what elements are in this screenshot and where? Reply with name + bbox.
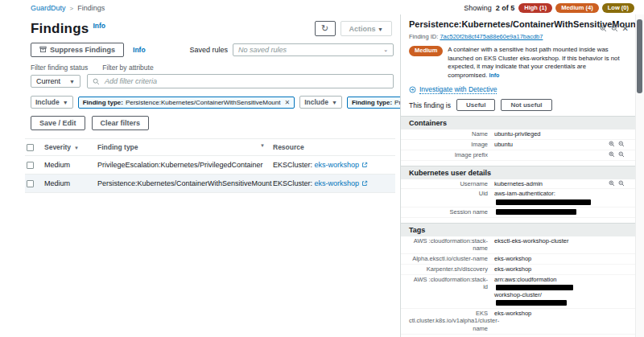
cell-severity: Medium	[44, 179, 97, 187]
chip-prefix: Finding type:	[83, 99, 123, 106]
detail-value-text: kubernetes-admin	[494, 180, 543, 187]
not-useful-button[interactable]: Not useful	[501, 99, 551, 111]
actions-button-label: Actions	[349, 25, 376, 33]
zoom-in-icon[interactable]	[609, 141, 615, 150]
detail-label: Session name	[409, 208, 488, 216]
breadcrumb-guardduty-link[interactable]: GuardDuty	[31, 4, 66, 12]
section-header-tags: Tags	[401, 223, 635, 236]
cell-finding-type: Persistence:Kubernetes/ContainerWithSens…	[97, 179, 273, 187]
detail-value-text: ubuntu-privileged	[494, 130, 541, 138]
detail-row: Alpha.eksctl.io/cluster-nameeks-workshop	[401, 254, 635, 265]
refresh-icon: ↻	[321, 23, 328, 33]
detail-value: eks-workshop	[494, 310, 613, 333]
column-header-resource[interactable]: Resource	[273, 143, 395, 151]
badge-high: High (1)	[518, 3, 552, 13]
row-checkbox[interactable]	[27, 180, 34, 187]
select-all-checkbox[interactable]	[27, 144, 34, 151]
detail-value: eks-workshop	[494, 255, 613, 263]
description-info-link[interactable]: Info	[489, 72, 499, 78]
page-title: FindingsInfo	[31, 21, 105, 37]
detective-icon	[409, 86, 416, 93]
detail-value-text: aws-iam-authenticator:	[494, 190, 555, 197]
finding-status-value: Current	[36, 77, 60, 85]
detail-value: kubernetes-admin	[494, 180, 613, 188]
title-info-link[interactable]: Info	[93, 22, 105, 30]
saved-rules-placeholder: No saved rules	[238, 46, 287, 54]
finding-detail-panel: Persistence:Kubernetes/ContainerWithSens…	[400, 14, 635, 337]
zoom-out-icon[interactable]	[618, 151, 625, 160]
include-label: Include	[35, 98, 60, 106]
suppress-findings-button[interactable]: Suppress Findings	[31, 43, 124, 57]
filter-chip-0[interactable]: Finding type:Persistence:Kubernetes/Cont…	[78, 97, 295, 109]
chevron-down-icon: ▼	[332, 100, 337, 105]
zoom-in-icon[interactable]	[600, 21, 607, 35]
cell-resource: EKSCluster: eks-workshop	[273, 161, 395, 169]
finding-detail-sections: ContainersNameubuntu-privilegedImageubun…	[401, 116, 635, 337]
filter-attribute-label: Filter by attribute	[102, 64, 153, 72]
detail-label: Username	[409, 180, 488, 188]
archive-icon	[39, 46, 47, 53]
column-header-severity[interactable]: Severity▼	[44, 143, 97, 151]
resource-link[interactable]: eks-workshop	[315, 161, 360, 169]
section-header-kubernetes-user-details: Kubernetes user details	[401, 166, 635, 179]
detail-value	[494, 151, 613, 159]
chevron-down-icon: ▼	[63, 100, 68, 105]
filter-criteria-input[interactable]: Add filter criteria	[87, 74, 394, 88]
redacted-value	[496, 209, 576, 215]
detail-row: Nameubuntu-privileged	[401, 129, 635, 140]
refresh-button[interactable]: ↻	[315, 21, 336, 36]
detail-row: Imageubuntu	[401, 140, 635, 150]
filter-chips-row: Include▼Finding type:Persistence:Kuberne…	[31, 96, 394, 109]
column-header-finding-type[interactable]: Finding type▼	[97, 143, 273, 151]
detail-value: ubuntu-privileged	[494, 130, 613, 138]
save-edit-button[interactable]: Save / Edit	[31, 116, 85, 130]
cell-resource: EKSCluster: eks-workshop	[273, 179, 395, 187]
showing-count: 2 of 5	[496, 4, 515, 12]
table-row-0[interactable]: MediumPrivilegeEscalation:Kubernetes/Pri…	[25, 156, 395, 175]
redacted-value	[496, 300, 567, 306]
include-select-1[interactable]: Include▼	[299, 96, 342, 109]
finding-id-link[interactable]: 7ac520f2b8cf475a88e60e9a17bacdb7	[440, 33, 543, 40]
useful-button[interactable]: Useful	[456, 99, 495, 111]
zoom-out-icon[interactable]	[611, 21, 618, 35]
actions-button[interactable]: Actions ▼	[341, 21, 392, 36]
clear-filters-button[interactable]: Clear filters	[92, 116, 150, 130]
suppress-info-link[interactable]: Info	[133, 46, 146, 54]
table-row-1[interactable]: MediumPersistence:Kubernetes/ContainerWi…	[25, 175, 395, 193]
finding-id-label: Finding ID:	[409, 33, 438, 40]
findings-panel: FindingsInfo ↻ Actions ▼ Suppress Findin…	[0, 14, 400, 337]
include-select-0[interactable]: Include▼	[31, 96, 73, 109]
zoom-in-icon[interactable]	[609, 180, 615, 189]
detail-row: AWS :cloudformation:stack-nameeksctl-eks…	[401, 236, 635, 255]
zoom-out-icon[interactable]	[618, 180, 625, 189]
external-link-icon	[361, 180, 368, 187]
detail-value	[494, 208, 613, 216]
filter-criteria-placeholder: Add filter criteria	[105, 77, 157, 85]
finding-status-select[interactable]: Current ▼	[31, 75, 80, 88]
row-checkbox[interactable]	[27, 162, 34, 169]
detail-row: AWS :cloudformation:stack-idarn:aws:clou…	[401, 275, 635, 309]
detail-row: EKS ctl.cluster.k8s.io/v1alpha1/cluster-…	[401, 309, 635, 335]
redacted-value	[496, 285, 573, 290]
top-bar: GuardDuty > Findings Showing 2 of 5 High…	[0, 0, 644, 14]
sort-icon[interactable]: ▼	[260, 143, 265, 151]
detail-value-text: workshop-cluster/	[494, 291, 542, 298]
page-title-text: Findings	[31, 21, 89, 36]
saved-rules-select[interactable]: No saved rules ⌄	[233, 43, 394, 56]
external-link-icon	[361, 162, 368, 168]
feedback-label: This finding is	[409, 101, 451, 109]
resource-link[interactable]: eks-workshop	[315, 179, 360, 187]
chip-prefix: Finding type:	[352, 99, 392, 106]
zoom-out-icon[interactable]	[618, 141, 625, 150]
detail-scrollbar-thumb[interactable]	[637, 19, 642, 93]
close-icon[interactable]: ✕	[622, 24, 629, 33]
cell-finding-type: PrivilegeEscalation:Kubernetes/Privilege…	[97, 161, 273, 169]
chevron-down-icon: ▼	[378, 27, 383, 32]
remove-chip-icon[interactable]: ✕	[284, 99, 290, 106]
zoom-in-icon[interactable]	[609, 151, 615, 160]
investigate-detective-link[interactable]: Investigate with Detective	[419, 85, 497, 94]
sort-icon[interactable]: ▼	[74, 146, 79, 150]
detail-value-text: ubuntu	[494, 141, 513, 148]
suppress-findings-label: Suppress Findings	[50, 46, 115, 54]
detail-label: Image	[409, 141, 488, 149]
